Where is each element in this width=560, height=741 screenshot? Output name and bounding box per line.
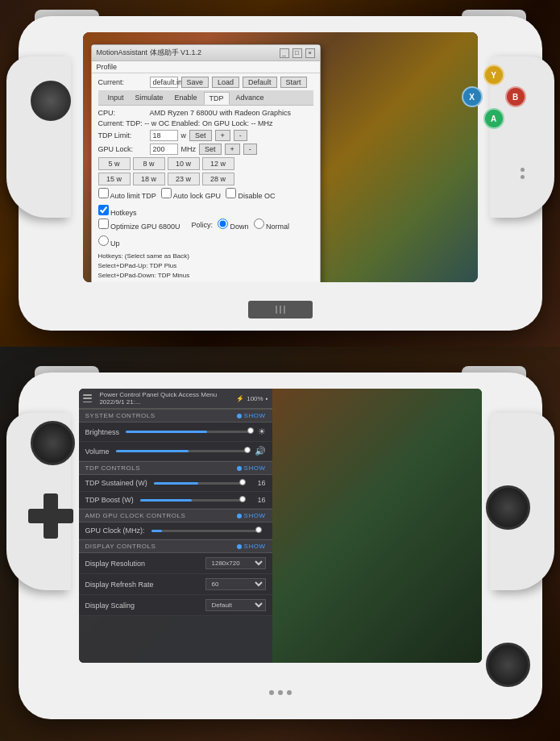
gpu-set-button[interactable]: Set [199, 144, 222, 155]
app-window: MotionAssistant 体感助手 V1.1.2 _ □ × Profil… [91, 44, 321, 282]
tdp-sustained-thumb[interactable] [239, 479, 246, 485]
hotkey-1: Select+DPad-Up: TDP Plus [98, 261, 313, 271]
dot-2 [521, 175, 525, 179]
left-thumbstick-top[interactable] [31, 81, 71, 121]
auto-limit-tdp-checkbox[interactable]: Auto limit TDP [98, 188, 156, 200]
x-button[interactable]: X [462, 86, 483, 107]
watt-5-button[interactable]: 5 w [98, 157, 131, 170]
show-dot-system [237, 414, 242, 418]
profile-label[interactable]: Profile [97, 63, 118, 71]
policy-down-radio[interactable]: Down [218, 219, 249, 231]
grip-left-top [6, 56, 71, 218]
tdp-controls-show[interactable]: Show [237, 464, 266, 472]
y-button[interactable]: Y [483, 65, 504, 85]
display-controls-header[interactable]: DISPLAY CONTROLS Show [79, 539, 272, 553]
amd-gpu-show-label: Show [244, 512, 266, 519]
current-value[interactable]: default.ini [150, 77, 178, 88]
b-button[interactable]: B [505, 86, 526, 107]
display-controls-show-label: Show [244, 543, 266, 550]
panel-titlebar: Power Control Panel Quick Access Menu 20… [79, 389, 272, 409]
watt-8-button[interactable]: 8 w [133, 157, 165, 170]
amd-gpu-header[interactable]: AMD GPU CLOCK CONTROLS Show [79, 509, 272, 522]
cpu-label: CPU: [98, 109, 147, 117]
tab-advance[interactable]: Advance [231, 92, 269, 105]
display-resolution-select[interactable]: 1280x720 1920x1080 [205, 557, 266, 569]
tdp-controls-header[interactable]: TDP CONTROLS Show [79, 461, 272, 475]
volume-icon: 🔊 [255, 446, 266, 456]
gpu-lock-unit: MHz [181, 145, 197, 153]
auto-lock-gpu-checkbox[interactable]: Auto lock GPU [161, 188, 221, 200]
battery-area: ⚡ 100% ▪ [236, 395, 268, 402]
tdp-minus-button[interactable]: - [234, 130, 247, 141]
brightness-slider[interactable] [126, 431, 251, 433]
system-controls-show[interactable]: Show [237, 412, 266, 419]
policy-up-radio[interactable]: Up [98, 235, 120, 248]
menu-button-top[interactable] [248, 301, 313, 318]
big-button-right[interactable] [486, 643, 530, 687]
current-label: Current: [98, 78, 147, 86]
menu-line-3 [284, 306, 285, 314]
optimize-checkbox[interactable]: Optimize GPU 6800U [98, 219, 180, 231]
hotkeys-checkbox[interactable]: Hotkeys [98, 205, 137, 217]
watt-18-button[interactable]: 18 w [133, 173, 165, 185]
gpu-lock-input[interactable] [150, 144, 178, 155]
brightness-row: Brightness ☀ [79, 423, 272, 442]
display-controls-show[interactable]: Show [237, 543, 266, 550]
right-thumbstick-bottom[interactable] [486, 485, 530, 530]
tdp-input[interactable] [150, 130, 178, 141]
left-thumbstick-bottom[interactable] [31, 421, 75, 465]
policy-normal-radio[interactable]: Normal [254, 219, 290, 231]
status-row: Current: TDP: -- w OC Enabled: On GPU Lo… [98, 119, 313, 127]
gpu-minus-button[interactable]: - [243, 144, 257, 155]
tdp-boost-slider[interactable] [140, 499, 243, 502]
gpu-clock-slider[interactable] [151, 530, 259, 532]
cpu-value: AMD Ryzen 7 6800U with Radeon Graphics [150, 109, 292, 117]
hotkeys-section: Hotkeys: (Select same as Back) Select+DP… [98, 249, 313, 282]
disable-oc-checkbox[interactable]: Disable OC [226, 188, 276, 200]
display-scaling-select[interactable]: Default Fit Stretch [205, 599, 266, 611]
three-dots-bottom [269, 690, 292, 695]
watt-15-button[interactable]: 15 w [98, 173, 131, 185]
tdp-set-button[interactable]: Set [189, 130, 212, 141]
dpad-vertical[interactable] [44, 493, 58, 539]
gpu-clock-thumb[interactable] [255, 527, 262, 533]
default-button[interactable]: Default [243, 77, 277, 88]
amd-gpu-show[interactable]: Show [237, 512, 266, 519]
watt-23-button[interactable]: 23 w [168, 173, 200, 185]
brightness-thumb[interactable] [247, 427, 254, 434]
tab-input[interactable]: Input [103, 92, 129, 105]
system-controls-header[interactable]: SYSTEM CONTROLS Show [79, 409, 272, 423]
watt-28-button[interactable]: 28 w [202, 173, 234, 185]
maximize-button[interactable]: □ [292, 48, 302, 58]
display-refresh-select[interactable]: 60 120 [205, 578, 266, 590]
panel-menu-icon[interactable] [83, 394, 93, 402]
dot-bottom-1 [269, 690, 274, 695]
tab-tdp[interactable]: TDP [204, 92, 230, 105]
tdp-controls-label: TDP CONTROLS [85, 464, 141, 472]
watt-12-button[interactable]: 12 w [202, 157, 234, 170]
volume-thumb[interactable] [244, 447, 251, 453]
tab-enable[interactable]: Enable [170, 92, 202, 105]
load-button[interactable]: Load [212, 77, 239, 88]
watt-10-button[interactable]: 10 w [168, 157, 200, 170]
tdp-sustained-value: 16 [250, 479, 266, 487]
tab-simulate[interactable]: Simulate [131, 92, 168, 105]
start-button[interactable]: Start [280, 77, 307, 88]
display-controls-label: DISPLAY CONTROLS [85, 543, 156, 550]
tdp-boost-thumb[interactable] [239, 496, 246, 502]
window-titlebar: MotionAssistant 体感助手 V1.1.2 _ □ × [92, 45, 320, 61]
tab-bar: Input Simulate Enable TDP Advance [98, 90, 313, 106]
close-button[interactable]: × [305, 48, 315, 58]
a-button[interactable]: A [483, 108, 504, 129]
dots-right-top [521, 168, 525, 179]
hotkey-2: Select+DPad-Down: TDP Minus [98, 271, 313, 281]
system-controls-show-label: Show [244, 412, 266, 419]
tdp-sustained-slider[interactable] [154, 482, 243, 485]
save-button[interactable]: Save [181, 77, 209, 88]
minimize-button[interactable]: _ [280, 48, 289, 58]
volume-row: Volume 🔊 [79, 442, 272, 461]
tdp-plus-button[interactable]: + [215, 130, 230, 141]
gpu-plus-button[interactable]: + [225, 144, 240, 155]
menu-lines [276, 306, 285, 314]
volume-slider[interactable] [116, 450, 248, 452]
